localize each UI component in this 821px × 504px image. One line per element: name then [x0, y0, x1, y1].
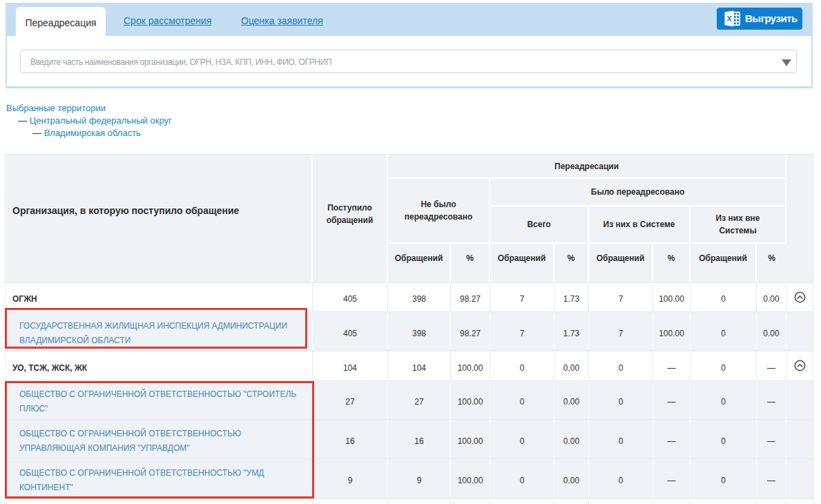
svg-text:X: X	[726, 14, 732, 23]
